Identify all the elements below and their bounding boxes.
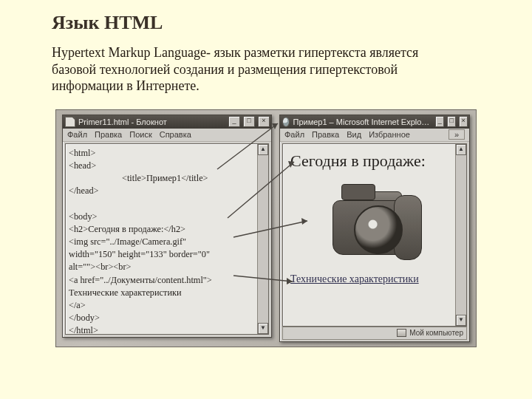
menu-favorites[interactable]: Избранное: [369, 130, 410, 139]
maximize-button[interactable]: □: [447, 116, 456, 127]
document-icon: [65, 117, 75, 127]
browser-title-text: Пример1 – Microsoft Internet Explo…: [293, 117, 429, 126]
notepad-menubar: Файл Правка Поиск Справка: [63, 129, 271, 142]
illustration: Primer11.html - Блокнот _ □ × Файл Правк…: [55, 109, 477, 347]
menu-more-icon[interactable]: »: [449, 129, 465, 140]
menu-file[interactable]: Файл: [67, 130, 87, 139]
browser-window: Пример1 – Microsoft Internet Explo… _ □ …: [279, 115, 470, 342]
minimize-button[interactable]: _: [435, 116, 444, 127]
minimize-button[interactable]: _: [228, 116, 240, 127]
svg-marker-1: [272, 123, 278, 129]
menu-edit[interactable]: Правка: [312, 130, 339, 139]
notepad-code[interactable]: <html> <head> <title>Пример1</title> </h…: [66, 144, 268, 335]
notepad-titlebar: Primer11.html - Блокнот _ □ ×: [63, 115, 271, 129]
scroll-down-icon[interactable]: ▼: [456, 315, 466, 326]
menu-file[interactable]: Файл: [284, 130, 304, 139]
pc-icon: [397, 329, 406, 337]
notepad-scrollbar[interactable]: ▲ ▼: [257, 144, 268, 334]
browser-statusbar: Мой компьютер: [282, 327, 467, 340]
browser-client: Сегодня в продаже: Технические характери…: [282, 143, 467, 327]
scroll-up-icon[interactable]: ▲: [258, 144, 268, 155]
description-paragraph: Hypertext Markup Language- язык разметки…: [52, 44, 466, 95]
close-button[interactable]: ×: [459, 116, 468, 127]
scroll-up-icon[interactable]: ▲: [456, 144, 466, 155]
specs-link[interactable]: Технические характеристики: [290, 273, 419, 284]
maximize-button[interactable]: □: [243, 116, 255, 127]
notepad-title-text: Primer11.html - Блокнот: [78, 117, 167, 126]
menu-edit[interactable]: Правка: [95, 130, 122, 139]
browser-titlebar: Пример1 – Microsoft Internet Explo… _ □ …: [280, 115, 469, 129]
page-heading: Сегодня в продаже:: [290, 151, 459, 171]
scroll-down-icon[interactable]: ▼: [258, 323, 268, 334]
notepad-client: <html> <head> <title>Пример1</title> </h…: [65, 143, 269, 335]
menu-help[interactable]: Справка: [160, 130, 191, 139]
close-button[interactable]: ×: [258, 116, 270, 127]
rendered-page: Сегодня в продаже: Технические характери…: [283, 144, 466, 293]
camera-image: [319, 180, 430, 265]
page-title: Язык HTML: [52, 12, 480, 34]
menu-search[interactable]: Поиск: [129, 130, 151, 139]
ie-icon: [282, 117, 290, 127]
menu-view[interactable]: Вид: [347, 130, 361, 139]
status-text: Мой компьютер: [409, 329, 463, 337]
browser-menubar: Файл Правка Вид Избранное »: [280, 129, 469, 142]
browser-scrollbar[interactable]: ▲ ▼: [455, 144, 466, 326]
notepad-window: Primer11.html - Блокнот _ □ × Файл Правк…: [62, 115, 272, 338]
